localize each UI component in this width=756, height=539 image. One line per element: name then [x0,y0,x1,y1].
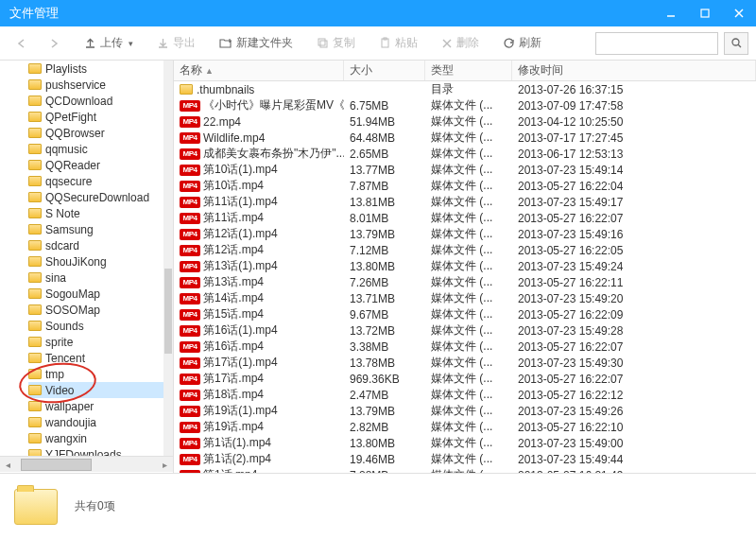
chevron-down-icon: ▾ [129,39,133,48]
file-row[interactable]: MP4第11话.mp48.01MB媒体文件 (...2013-05-27 16:… [174,210,756,226]
delete-button[interactable]: 删除 [434,32,487,54]
sidebar-item[interactable]: wandoujia [28,414,173,430]
sidebar-item[interactable]: sina [28,270,173,286]
sidebar-item[interactable]: QQSecureDownload [28,189,173,205]
file-name: 第18话.mp4 [203,387,264,403]
sidebar-item[interactable]: Tencent [28,350,173,366]
file-row[interactable]: MP4第10话(1).mp413.77MB媒体文件 (...2013-07-23… [174,162,756,178]
file-name: 第19话.mp4 [203,419,264,435]
folder-icon [28,417,42,427]
upload-button[interactable]: 上传▾ [77,32,141,54]
file-type: 媒体文件 (... [425,306,512,322]
status-text: 共有0项 [75,498,115,514]
file-size: 13.77MB [344,164,425,177]
file-row[interactable]: MP4第16话(1).mp413.72MB媒体文件 (...2013-07-23… [174,322,756,339]
sidebar-item[interactable]: QQBrowser [28,125,173,141]
sidebar-item[interactable]: pushservice [28,77,173,93]
search-button[interactable] [724,32,748,55]
sidebar-item-label: QCDownload [45,95,112,108]
file-size: 2.65MB [344,148,425,161]
file-name: 成都美女裹布条扮"木乃伊"... [203,146,344,162]
file-row[interactable]: MP4第19话(1).mp413.79MB媒体文件 (...2013-07-23… [174,403,756,419]
sidebar-item[interactable]: Playlists [28,61,173,77]
sidebar-item[interactable]: ShouJiKong [28,253,173,270]
file-name: 第12话.mp4 [203,242,264,258]
file-list: .thumbnails目录2013-07-26 16:37:15MP4《小时代》… [174,81,756,473]
file-row[interactable]: MP4第17话.mp4969.36KB媒体文件 (...2013-05-27 1… [174,371,756,387]
sidebar-item[interactable]: sprite [28,334,173,350]
sidebar-item[interactable]: wangxin [28,430,173,446]
folder-icon [28,128,42,138]
file-row[interactable]: MP4第15话.mp49.67MB媒体文件 (...2013-05-27 16:… [174,306,756,322]
file-type: 媒体文件 (... [425,339,512,355]
sidebar-item-label: qqmusic [45,143,88,156]
folder-icon [28,96,42,106]
sidebar-scrollbar-v[interactable] [163,61,173,456]
file-row[interactable]: .thumbnails目录2013-07-26 16:37:15 [174,81,756,97]
sidebar-item[interactable]: SOSOMap [28,302,173,318]
file-row[interactable]: MP4第13话(1).mp413.80MB媒体文件 (...2013-07-23… [174,258,756,274]
file-row[interactable]: MP4第1话(1).mp413.80MB媒体文件 (...2013-07-23 … [174,435,756,451]
sidebar-item[interactable]: SogouMap [28,286,173,302]
sidebar-item-label: sdcard [45,239,79,252]
file-size: 13.78MB [344,356,425,370]
sidebar-item[interactable]: wallpaper [28,398,173,414]
close-button[interactable] [722,0,756,26]
sidebar-item[interactable]: Sounds [28,318,173,334]
file-row[interactable]: MP4第1话.mp47.28MB媒体文件 (...2013-05-27 16:2… [174,467,756,473]
file-row[interactable]: MP4第14话.mp413.71MB媒体文件 (...2013-07-23 15… [174,290,756,306]
file-row[interactable]: MP4第19话.mp42.82MB媒体文件 (...2013-05-27 16:… [174,419,756,435]
file-row[interactable]: MP4第1话(2).mp419.46MB媒体文件 (...2013-07-23 … [174,451,756,467]
maximize-button[interactable] [688,0,722,26]
minimize-button[interactable] [654,0,688,26]
window-title: 文件管理 [9,5,59,22]
mp4-icon: MP4 [180,341,200,353]
sidebar-item[interactable]: qqsecure [28,173,173,189]
export-button[interactable]: 导出 [149,32,203,54]
paste-button[interactable]: 粘贴 [371,32,425,54]
file-type: 媒体文件 (... [425,435,512,451]
newfolder-button[interactable]: 新建文件夹 [212,32,301,54]
header-date[interactable]: 修改时间 [512,61,756,80]
folder-icon [28,401,42,411]
sidebar-item[interactable]: Samsung [28,221,173,237]
file-date: 2013-07-23 15:49:26 [512,405,756,418]
header-name[interactable]: 名称▲ [174,61,344,80]
sidebar-item[interactable]: sdcard [28,237,173,253]
sidebar-item[interactable]: Video [28,382,173,398]
sidebar-item[interactable]: QQReader [28,157,173,173]
file-row[interactable]: MP4第16话.mp43.38MB媒体文件 (...2013-05-27 16:… [174,339,756,355]
sidebar-item[interactable]: QPetFight [28,109,173,125]
sidebar-item[interactable]: YJFDownloads [28,446,173,456]
file-date: 2013-07-23 15:49:30 [512,356,756,370]
file-row[interactable]: MP4第11话(1).mp413.81MB媒体文件 (...2013-07-23… [174,194,756,210]
header-size[interactable]: 大小 [344,61,425,80]
sidebar-item[interactable]: QCDownload [28,93,173,109]
file-row[interactable]: MP4第17话(1).mp413.78MB媒体文件 (...2013-07-23… [174,355,756,371]
nav-back-button[interactable] [8,34,36,53]
file-row[interactable]: MP4成都美女裹布条扮"木乃伊"...2.65MB媒体文件 (...2013-0… [174,146,756,162]
file-row[interactable]: MP4《小时代》曝片尾彩蛋MV《...6.75MB媒体文件 (...2013-0… [174,97,756,113]
sidebar-item[interactable]: tmp [28,366,173,382]
file-row[interactable]: MP4第13话.mp47.26MB媒体文件 (...2013-05-27 16:… [174,274,756,290]
header-type[interactable]: 类型 [425,61,512,80]
sidebar-item[interactable]: qqmusic [28,141,173,157]
sidebar-item-label: ShouJiKong [45,255,107,269]
folder-icon [28,369,42,379]
file-row[interactable]: MP4第12话.mp47.12MB媒体文件 (...2013-05-27 16:… [174,242,756,258]
file-row[interactable]: MP4Wildlife.mp464.48MB媒体文件 (...2013-07-1… [174,130,756,146]
file-type: 媒体文件 (... [425,242,512,258]
refresh-button[interactable]: 刷新 [495,32,549,54]
file-row[interactable]: MP4第18话.mp42.47MB媒体文件 (...2013-05-27 16:… [174,387,756,403]
file-row[interactable]: MP4第12话(1).mp413.79MB媒体文件 (...2013-07-23… [174,226,756,242]
sidebar-item-label: QQBrowser [45,127,105,140]
file-row[interactable]: MP422.mp451.94MB媒体文件 (...2013-04-12 10:2… [174,113,756,130]
sidebar-item[interactable]: S Note [28,205,173,221]
file-size: 13.79MB [344,228,425,241]
search-input[interactable] [595,32,718,55]
sidebar-scrollbar-h[interactable]: ◂ ▸ [0,456,173,472]
mp4-icon: MP4 [180,406,200,417]
file-row[interactable]: MP4第10话.mp47.87MB媒体文件 (...2013-05-27 16:… [174,178,756,194]
copy-button[interactable]: 复制 [309,32,363,54]
nav-forward-button[interactable] [40,34,68,53]
